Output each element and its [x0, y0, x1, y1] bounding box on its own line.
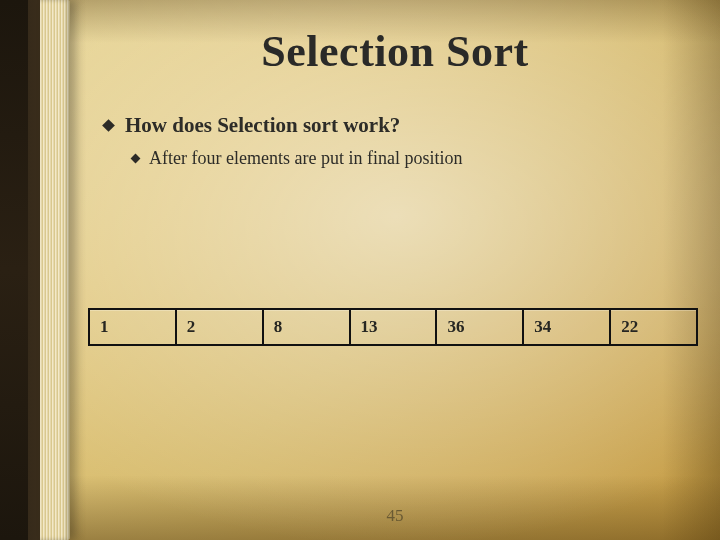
array-cell: 34	[522, 310, 609, 344]
array-cell: 36	[435, 310, 522, 344]
desk-background	[0, 0, 28, 540]
page-number: 45	[70, 506, 720, 526]
page-edge-stack	[40, 0, 70, 540]
bullet-diamond-icon	[131, 154, 141, 164]
array-cell: 13	[349, 310, 436, 344]
array-cell: 8	[262, 310, 349, 344]
bullet-list: How does Selection sort work? After four…	[104, 113, 720, 169]
array-cell: 2	[175, 310, 262, 344]
array-row: 1 2 8 13 36 34 22	[88, 308, 698, 346]
bullet-level-1-text: How does Selection sort work?	[125, 113, 400, 138]
bullet-level-1: How does Selection sort work?	[104, 113, 720, 138]
slide-title: Selection Sort	[70, 0, 720, 77]
bullet-level-2: After four elements are put in final pos…	[132, 148, 720, 169]
array-cell: 1	[88, 310, 175, 344]
bullet-level-2-text: After four elements are put in final pos…	[149, 148, 462, 169]
bullet-diamond-icon	[102, 119, 115, 132]
array-cell: 22	[609, 310, 696, 344]
slide-content: Selection Sort How does Selection sort w…	[70, 0, 720, 540]
slide-page: Selection Sort How does Selection sort w…	[0, 0, 720, 540]
